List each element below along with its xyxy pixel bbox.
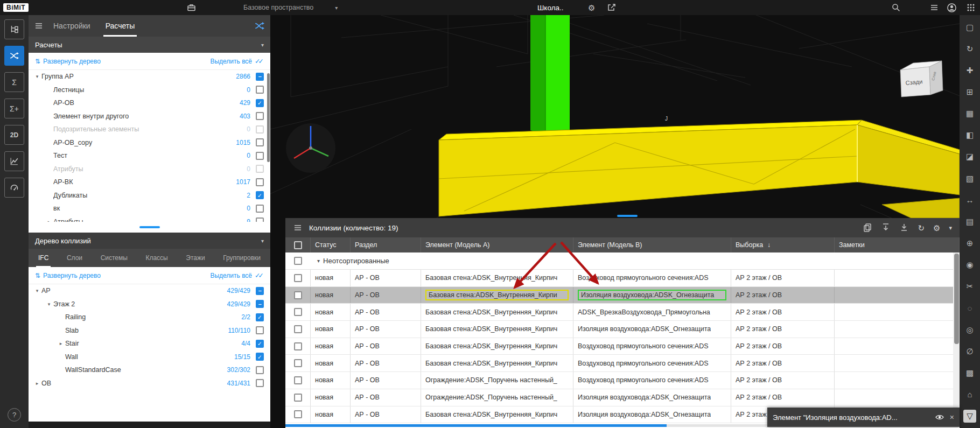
tree-item[interactable]: Railing 2/2	[29, 311, 270, 324]
tree-item[interactable]: вк 0	[29, 202, 270, 215]
tree-item-checkbox[interactable]	[256, 366, 264, 374]
tree-item-checkbox[interactable]	[256, 300, 264, 308]
row-checkbox[interactable]	[294, 359, 302, 367]
expand-tree-button[interactable]: ⇅ Развернуть дерево	[35, 58, 101, 65]
col-selection[interactable]: Выборка ↓	[731, 237, 835, 252]
tree-item-checkbox[interactable]	[256, 191, 264, 199]
tree-item[interactable]: ▾ АР 429/429	[29, 284, 270, 298]
row-checkbox[interactable]	[294, 325, 302, 333]
expand-arrow-icon[interactable]: ▸	[33, 381, 41, 386]
tree-item[interactable]: ▸ ОВ 431/431	[29, 377, 270, 390]
model-tree-icon[interactable]	[4, 19, 24, 39]
col-element-b[interactable]: Элемент (Модель B)	[573, 237, 731, 252]
filter-icon[interactable]: ▽	[963, 410, 976, 423]
table-row[interactable]: новая АР - ОВ Базовая стена:ADSK_Внутрен…	[285, 321, 960, 338]
hscroll-thumb[interactable]	[285, 424, 667, 427]
help-button[interactable]: ?	[8, 408, 21, 422]
tree-item-checkbox[interactable]	[256, 205, 264, 213]
row-checkbox[interactable]	[294, 274, 302, 282]
expand-arrow-icon[interactable]: ▸	[57, 341, 65, 346]
tree-item[interactable]: ▸ Stair 4/4	[29, 337, 270, 350]
col-section[interactable]: Раздел	[351, 237, 421, 252]
ghost-icon[interactable]: ◌	[963, 301, 976, 314]
select-all-button[interactable]: Выделить всё ✓✓	[210, 57, 264, 65]
table-resize-grip[interactable]	[617, 215, 638, 217]
zoom-window-icon[interactable]: ⊞	[963, 85, 976, 98]
table-row[interactable]: новая АР - ОВ Базовая стена:ADSK_Внутрен…	[285, 304, 960, 321]
tree-item[interactable]: АР-ОВ 429	[29, 96, 270, 110]
tree-item-checkbox[interactable]	[256, 138, 264, 146]
tree-item-checkbox[interactable]	[256, 125, 264, 134]
section-plane-icon[interactable]: ◧	[963, 129, 976, 142]
refresh-icon[interactable]: ↻	[918, 224, 925, 232]
expand-arrow-icon[interactable]: ▾	[45, 301, 53, 307]
tree-item-checkbox[interactable]	[256, 112, 264, 120]
menu-icon[interactable]	[34, 21, 44, 31]
table-row[interactable]: новая АР - ОВ Базовая стена:ADSK_Внутрен…	[285, 270, 960, 287]
tree-item[interactable]: АР-ВК 1017	[29, 176, 270, 189]
2d-view-icon[interactable]: 2D	[4, 125, 24, 145]
tree-item[interactable]: Wall 15/15	[29, 350, 270, 364]
row-checkbox[interactable]	[294, 308, 302, 316]
group-collapse-icon[interactable]: ▾	[317, 258, 320, 264]
section-box-icon[interactable]: ◪	[963, 150, 976, 163]
hide-icon[interactable]: ∅	[963, 345, 976, 357]
gauge-icon[interactable]	[4, 178, 24, 198]
tab-systems[interactable]: Системы	[96, 249, 132, 267]
select-all-button[interactable]: Выделить всё ✓✓	[210, 271, 264, 279]
select-all-checkbox[interactable]	[294, 241, 302, 249]
duplicate-icon[interactable]	[863, 222, 872, 234]
expand-arrow-icon[interactable]: ▸	[45, 219, 53, 222]
workspace-selector[interactable]: Базовое пространство ▾	[243, 0, 338, 15]
clash-detection-icon[interactable]	[4, 46, 24, 66]
tree-item-checkbox[interactable]	[256, 217, 264, 222]
panel-resize-handle[interactable]	[29, 222, 270, 233]
account-icon[interactable]	[947, 0, 957, 15]
table-row[interactable]: новая АР - ОВ Ограждение:ADSK_Поручень н…	[285, 372, 960, 389]
orbit-icon[interactable]: ↻	[963, 42, 976, 55]
tree-item-checkbox[interactable]	[256, 165, 264, 173]
tree-item-checkbox[interactable]	[256, 178, 264, 186]
tree-item-checkbox[interactable]	[256, 287, 264, 295]
col-status[interactable]: Статус	[311, 237, 351, 252]
row-checkbox[interactable]	[294, 291, 302, 299]
screenshot-icon[interactable]: ▦	[963, 107, 976, 120]
close-icon[interactable]: ×	[950, 413, 954, 422]
eye-icon[interactable]	[935, 412, 944, 422]
clash-shuffle-icon[interactable]	[254, 20, 265, 31]
axis-gizmo[interactable]	[286, 123, 335, 173]
import-icon[interactable]	[881, 222, 891, 234]
tree-item-checkbox[interactable]	[256, 340, 264, 348]
graphs-icon[interactable]	[4, 151, 24, 171]
cut-icon[interactable]: ✂	[963, 280, 976, 293]
align-icon[interactable]	[899, 222, 909, 234]
isolate-icon[interactable]: ▩	[963, 367, 976, 380]
row-checkbox[interactable]	[294, 394, 302, 402]
settings-gear-icon[interactable]: ⚙	[588, 0, 595, 15]
menu-icon[interactable]	[293, 223, 303, 233]
tab-floors[interactable]: Этажи	[181, 249, 209, 267]
tab-calculations[interactable]: Расчеты	[98, 15, 143, 37]
sum-icon[interactable]: Σ	[4, 72, 24, 92]
tree-item[interactable]: Slab 110/110	[29, 324, 270, 338]
col-notes[interactable]: Заметки	[835, 237, 960, 252]
tree-item-checkbox[interactable]	[256, 152, 264, 160]
apps-grid-icon[interactable]	[966, 0, 976, 15]
resize-grip[interactable]	[139, 226, 160, 228]
tree-item-checkbox[interactable]	[256, 353, 264, 361]
tree-item[interactable]: Лестницы 0	[29, 83, 270, 97]
vertical-scrollbar[interactable]	[953, 252, 960, 424]
settings-gear-icon[interactable]: ⚙	[933, 224, 940, 232]
tree-item-checkbox[interactable]	[256, 313, 264, 321]
share-icon[interactable]	[607, 0, 617, 15]
expand-tree-button[interactable]: ⇅ Развернуть дерево	[35, 272, 101, 279]
table-row[interactable]: новая АР - ОВ Ограждение:ADSK_Поручень н…	[285, 389, 960, 406]
point-icon[interactable]: ◉	[963, 258, 976, 271]
tab-layers[interactable]: Слои	[62, 249, 87, 267]
select-area-icon[interactable]: ▢	[963, 20, 976, 33]
tree-item[interactable]: Атрибуты 0	[29, 163, 270, 176]
tree-item[interactable]: ▾ Этаж 2 429/429	[29, 298, 270, 311]
tree-item[interactable]: WallStandardCase 302/302	[29, 363, 270, 377]
focus-icon[interactable]: ⊕	[963, 237, 976, 250]
show-icon[interactable]: ◎	[963, 323, 976, 336]
